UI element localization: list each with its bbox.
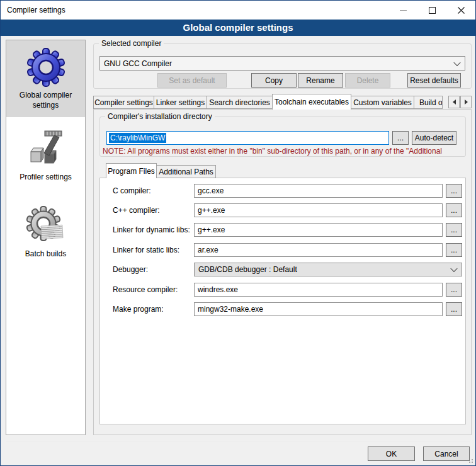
compiler-select[interactable]: GNU GCC Compiler [99,56,465,71]
window-title: Compiler settings [7,6,65,14]
selected-compiler-group: Selected compiler GNU GCC Compiler Set a… [93,43,472,89]
cancel-button[interactable]: Cancel [423,446,470,461]
toolchain-executables-panel: Compiler's installation directory C:\ray… [93,109,472,435]
reset-defaults-button[interactable]: Reset defaults [407,73,461,88]
resource-compiler-browse-button[interactable]: ... [446,283,462,297]
minimize-button[interactable] [388,1,417,20]
dynamic-linker-input[interactable] [194,223,443,237]
compiler-select-value: GNU GCC Compiler [104,59,172,68]
caliper-tool-icon [26,129,66,169]
subtab-additional-paths[interactable]: Additional Paths [156,165,216,178]
debugger-select-value: GDB/CDB debugger : Default [198,265,297,274]
compiler-settings-dialog: Compiler settings Global compiler settin… [0,0,476,466]
installation-directory-group: Compiler's installation directory C:\ray… [99,116,466,157]
tab-compiler-settings[interactable]: Compiler settings [93,96,154,109]
note-text: NOTE: All programs must exist either in … [103,147,464,156]
resize-grip[interactable] [468,458,473,463]
close-button[interactable] [446,1,475,20]
subtab-program-files[interactable]: Program Files [106,163,157,178]
debugger-label: Debugger: [113,265,148,274]
program-files-panel: C compiler: ... C++ compiler: ... Linker… [99,178,466,424]
tab-build-options[interactable]: Build options [414,96,443,109]
resource-compiler-input[interactable] [194,283,443,297]
auto-detect-button[interactable]: Auto-detect [412,131,456,145]
dynamic-linker-browse-button[interactable]: ... [446,223,462,237]
make-program-input[interactable] [194,302,443,316]
set-as-default-button[interactable]: Set as default [157,73,227,88]
install-dir-browse-button[interactable]: ... [392,131,409,145]
tab-bar: Compiler settings Linker settings Search… [93,94,472,110]
left-arrow-icon [453,99,456,105]
blue-gear-icon [26,47,66,88]
group-label: Selected compiler [99,39,164,48]
debugger-select[interactable]: GDB/CDB debugger : Default [194,263,462,276]
tab-search-directories[interactable]: Search directories [207,96,273,109]
static-linker-input[interactable] [194,243,443,257]
gray-gear-stack-icon [26,206,66,246]
footer-divider [6,441,470,442]
sidebar-item-profiler-settings[interactable]: Profiler settings [6,117,85,194]
chevron-down-icon [450,265,457,272]
minimize-icon [400,10,407,11]
tab-scroll-right-button[interactable] [460,96,472,108]
static-linker-browse-button[interactable]: ... [446,243,462,257]
tab-toolchain-executables[interactable]: Toolchain executables [272,94,351,110]
sidebar-item-label: Global compiler settings [13,91,79,110]
install-dir-input[interactable]: C:\raylib\MinGW [106,131,389,145]
maximize-button[interactable] [417,1,446,20]
dialog-header: Global compiler settings [1,20,475,36]
c-compiler-input[interactable] [194,184,443,198]
delete-button[interactable]: Delete [345,73,390,88]
dynamic-linker-label: Linker for dynamic libs: [113,225,190,234]
settings-category-list: Global compiler settings Pr [6,40,86,435]
c-compiler-label: C compiler: [113,186,151,195]
cpp-compiler-input[interactable] [194,203,443,217]
resource-compiler-label: Resource compiler: [113,285,178,294]
maximize-icon [429,7,436,14]
make-program-label: Make program: [113,305,164,314]
titlebar: Compiler settings [1,1,475,20]
static-linker-label: Linker for static libs: [113,246,179,254]
right-arrow-icon [465,99,468,105]
group-label: Compiler's installation directory [105,112,215,121]
ok-button[interactable]: OK [368,446,415,461]
make-program-browse-button[interactable]: ... [446,302,462,316]
sidebar-item-global-compiler-settings[interactable]: Global compiler settings [6,40,85,117]
tab-scroll-left-button[interactable] [448,96,460,108]
install-dir-selected-text: C:\raylib\MinGW [109,133,166,143]
sidebar-item-label: Profiler settings [13,173,79,183]
c-compiler-browse-button[interactable]: ... [446,184,462,198]
tab-custom-variables[interactable]: Custom variables [351,96,414,109]
rename-button[interactable]: Rename [298,73,343,88]
sidebar-item-batch-builds[interactable]: Batch builds [6,194,85,271]
cpp-compiler-label: C++ compiler: [113,206,160,215]
close-icon [458,7,465,14]
chevron-down-icon [453,59,460,65]
cpp-compiler-browse-button[interactable]: ... [446,203,462,217]
sidebar-item-label: Batch builds [13,249,79,259]
tab-linker-settings[interactable]: Linker settings [154,96,207,109]
copy-button[interactable]: Copy [251,73,297,88]
